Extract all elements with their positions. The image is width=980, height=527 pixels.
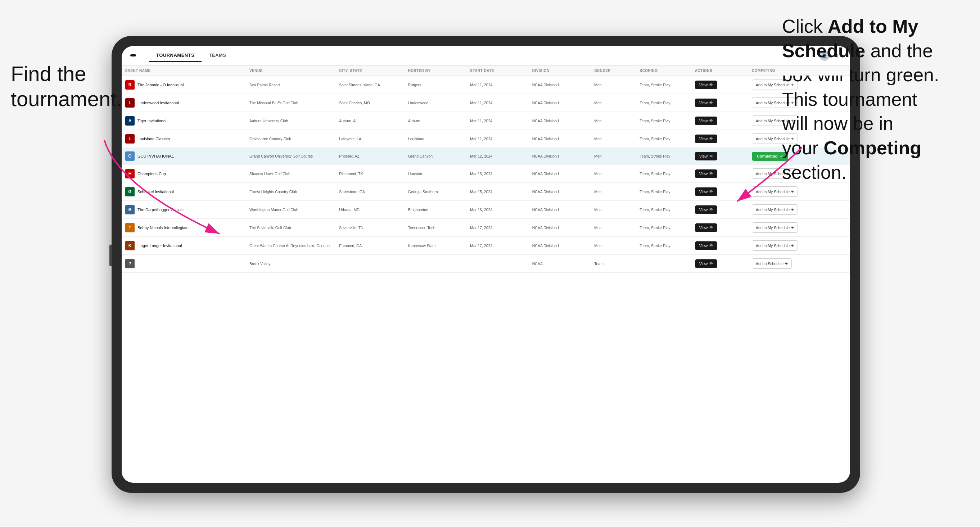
- actions-cell: View 👁: [691, 255, 748, 273]
- eye-icon: 👁: [710, 137, 713, 141]
- hosted-cell: Louisiana: [404, 130, 466, 148]
- venue-cell: The Missouri Bluffs Golf Club: [246, 94, 336, 112]
- date-cell: Mar 12, 2024: [466, 148, 528, 165]
- competing-cell: Add to My Schedule +: [748, 219, 850, 237]
- view-button[interactable]: View 👁: [695, 259, 718, 268]
- venue-cell: Shadow Hawk Golf Club: [246, 165, 336, 183]
- table-header-row: EVENT NAME VENUE CITY, STATE HOSTED BY S…: [122, 66, 850, 76]
- city-cell: Urbana, MD: [336, 201, 404, 219]
- app-header: TOURNAMENTS TEAMS 👤 |: [122, 46, 850, 66]
- col-header-date: START DATE: [466, 66, 528, 76]
- arrow-right: [716, 140, 816, 212]
- venue-cell: Grand Canyon University Golf Course: [246, 148, 336, 165]
- table-row: L Lindenwood Invitational The Missouri B…: [122, 94, 850, 112]
- city-cell: Lafayette, LA: [336, 130, 404, 148]
- scoring-cell: Team, Stroke Play: [636, 94, 691, 112]
- table-row: R The Johnnie - O Individual Sea Palms R…: [122, 76, 850, 94]
- division-cell: NCAA Division I: [529, 165, 590, 183]
- date-cell: Mar 13, 2024: [466, 165, 528, 183]
- city-cell: [336, 255, 404, 273]
- gender-cell: Men: [590, 148, 636, 165]
- add-schedule-label: Add to My Schedule: [756, 225, 790, 230]
- view-button[interactable]: View 👁: [695, 170, 718, 178]
- actions-cell: View 👁: [691, 219, 748, 237]
- hosted-cell: Tennessee Tech: [404, 219, 466, 237]
- hosted-cell: Grand Canyon: [404, 148, 466, 165]
- division-cell: NCAA Division I: [529, 112, 590, 130]
- venue-cell: Forest Heights Country Club: [246, 183, 336, 201]
- city-cell: Sevierville, TN: [336, 219, 404, 237]
- gender-cell: Men: [590, 237, 636, 255]
- date-cell: Mar 17, 2024: [466, 237, 528, 255]
- event-name-cell: A Tiger Invitational: [122, 112, 246, 130]
- scoring-cell: Team, Stroke Play: [636, 148, 691, 165]
- add-schedule-button[interactable]: Add to My Schedule +: [752, 222, 798, 233]
- col-header-event: EVENT NAME: [122, 66, 246, 76]
- view-button[interactable]: View 👁: [695, 117, 718, 125]
- hosted-cell: Lindenwood: [404, 94, 466, 112]
- venue-cell: Sea Palms Resort: [246, 76, 336, 94]
- hosted-cell: Rutgers: [404, 76, 466, 94]
- tab-teams[interactable]: TEAMS: [202, 50, 233, 62]
- division-cell: NCAA Division I: [529, 183, 590, 201]
- city-cell: Richmond, TX: [336, 165, 404, 183]
- division-cell: NCAA Division I: [529, 219, 590, 237]
- event-name-text: Tiger Invitational: [137, 119, 166, 123]
- division-cell: NCAA: [529, 255, 590, 273]
- view-button[interactable]: View 👁: [695, 224, 718, 232]
- view-button[interactable]: View 👁: [695, 81, 718, 89]
- scoring-cell: Team, Stroke Play: [636, 201, 691, 219]
- col-header-city: CITY, STATE: [336, 66, 404, 76]
- scoring-cell: Team, Stroke Play: [636, 237, 691, 255]
- tablet-side-button: [110, 244, 112, 266]
- date-cell: Mar 16, 2024: [466, 201, 528, 219]
- city-cell: Saint Simons Island, GA: [336, 76, 404, 94]
- add-schedule-button[interactable]: Add to My Schedule +: [752, 240, 798, 251]
- view-button[interactable]: View 👁: [695, 187, 718, 196]
- view-button[interactable]: View 👁: [695, 98, 718, 107]
- eye-icon: 👁: [710, 190, 713, 194]
- col-header-division: DIVISION: [529, 66, 590, 76]
- gender-cell: Team,: [590, 255, 636, 273]
- venue-cell: Auburn University Club: [246, 112, 336, 130]
- city-cell: Phoenix, AZ: [336, 148, 404, 165]
- logo-area: [130, 54, 136, 57]
- venue-cell: Brook Valley: [246, 255, 336, 273]
- gender-cell: Men: [590, 112, 636, 130]
- division-cell: NCAA Division I: [529, 201, 590, 219]
- add-schedule-button[interactable]: Add to Schedule +: [752, 258, 792, 269]
- hosted-cell: Georgia Southern: [404, 183, 466, 201]
- table-row: ? Brook ValleyNCAATeam, View 👁 Add to Sc…: [122, 255, 850, 273]
- hosted-cell: Auburn: [404, 112, 466, 130]
- team-logo: A: [125, 116, 135, 125]
- date-cell: [466, 255, 528, 273]
- city-cell: Statesboro, GA: [336, 183, 404, 201]
- view-button[interactable]: View 👁: [695, 135, 718, 143]
- division-cell: NCAA Division I: [529, 237, 590, 255]
- date-cell: Mar 11, 2024: [466, 94, 528, 112]
- nav-tabs: TOURNAMENTS TEAMS: [149, 50, 233, 62]
- table-row: A Tiger Invitational Auburn University C…: [122, 112, 850, 130]
- venue-cell: Worthington Manor Golf Club: [246, 201, 336, 219]
- date-cell: Mar 11, 2024: [466, 130, 528, 148]
- gender-cell: Men: [590, 201, 636, 219]
- tablet-screen: TOURNAMENTS TEAMS 👤 | EVENT NAME VENUE C…: [122, 46, 850, 483]
- tab-tournaments[interactable]: TOURNAMENTS: [149, 50, 202, 62]
- view-button[interactable]: View 👁: [695, 152, 718, 160]
- col-header-scoring: SCORING: [636, 66, 691, 76]
- hosted-cell: Binghamton: [404, 201, 466, 219]
- venue-cell: Great Waters Course At Reynolds Lake Oco…: [246, 237, 336, 255]
- event-name-cell: ?: [122, 255, 246, 273]
- col-header-hosted: HOSTED BY: [404, 66, 466, 76]
- scoring-cell: Team, Stroke Play: [636, 165, 691, 183]
- hosted-cell: Houston: [404, 165, 466, 183]
- eye-icon: 👁: [710, 262, 713, 265]
- gender-cell: Men: [590, 130, 636, 148]
- division-cell: NCAA Division I: [529, 76, 590, 94]
- actions-cell: View 👁: [691, 112, 748, 130]
- view-button[interactable]: View 👁: [695, 205, 718, 214]
- eye-icon: 👁: [710, 208, 713, 211]
- date-cell: Mar 15, 2024: [466, 183, 528, 201]
- view-button[interactable]: View 👁: [695, 241, 718, 250]
- date-cell: Mar 17, 2024: [466, 219, 528, 237]
